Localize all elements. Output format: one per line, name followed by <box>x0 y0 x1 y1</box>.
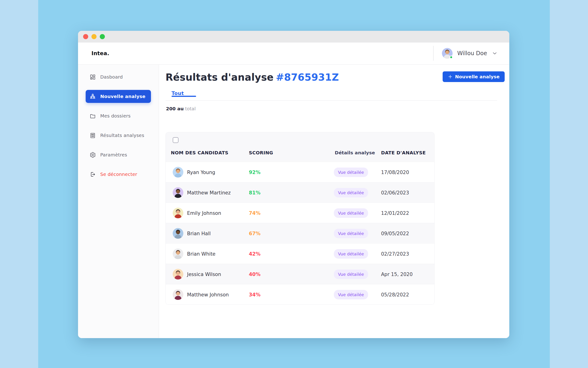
zoom-window-button[interactable] <box>100 34 105 39</box>
detail-view-badge[interactable]: Vue détailée <box>334 290 368 299</box>
candidate-score: 42% <box>249 251 260 257</box>
table-row[interactable]: Brian Hall 67% Vue détailée 09/05/2022 <box>166 223 434 243</box>
user-avatar <box>442 48 453 59</box>
analysis-date: 02/06/2023 <box>381 190 409 196</box>
candidate-score: 92% <box>249 170 260 175</box>
candidate-avatar <box>173 228 183 239</box>
candidate-score: 74% <box>249 211 260 216</box>
plus-icon <box>448 74 453 79</box>
detail-view-badge[interactable]: Vue détailée <box>334 269 368 279</box>
header-divider <box>433 46 434 61</box>
tab-tout[interactable]: Tout <box>172 91 184 96</box>
table-row[interactable]: Jessica Wilson 40% Vue détailée Apr 15, … <box>166 264 434 284</box>
logout-icon <box>90 171 96 177</box>
candidate-avatar <box>173 187 183 198</box>
candidate-name: Ryan Young <box>187 170 215 175</box>
new-analysis-button[interactable]: Nouvelle analyse <box>443 71 505 82</box>
column-header-name: NOM DES CANDIDATS <box>171 150 228 156</box>
app-header: Intea. Willou Doe <box>78 42 509 65</box>
sidebar-item-r-sultats-analyses[interactable]: Résultats analyses <box>86 129 151 142</box>
select-all-checkbox[interactable] <box>173 137 178 143</box>
detail-view-badge[interactable]: Vue détailée <box>334 249 368 259</box>
analysis-date: 05/28/2022 <box>381 292 409 298</box>
user-name: Willou Doe <box>457 50 487 56</box>
analysis-date: 02/27/2023 <box>381 251 409 257</box>
candidate-avatar <box>173 289 183 300</box>
table-header: NOM DES CANDIDATS SCORING Détails analys… <box>166 132 434 162</box>
detail-view-badge[interactable]: Vue détailée <box>334 208 368 218</box>
main-content: Résultats d'analyse#8765931Z Nouvelle an… <box>159 65 509 338</box>
app-window: Intea. Willou Doe Dasboard Nouvelle anal… <box>78 31 509 338</box>
analysis-date: 09/05/2022 <box>381 231 409 236</box>
candidates-table: NOM DES CANDIDATS SCORING Détails analys… <box>166 132 435 305</box>
window-titlebar <box>78 31 509 42</box>
page-title: Résultats d'analyse#8765931Z <box>166 72 339 83</box>
column-header-scoring: SCORING <box>249 150 273 156</box>
minimize-window-button[interactable] <box>91 34 97 39</box>
table-row[interactable]: Matthew Johnson 34% Vue détailée 05/28/2… <box>166 284 434 304</box>
candidate-avatar <box>173 208 183 218</box>
dashboard-icon <box>90 74 96 80</box>
analysis-date: 12/01/2022 <box>381 211 409 216</box>
candidate-score: 40% <box>249 272 260 277</box>
table-row[interactable]: Emily Johnson 74% Vue détailée 12/01/202… <box>166 202 434 223</box>
table-row[interactable]: Brian White 42% Vue détailée 02/27/2023 <box>166 243 434 264</box>
table-row[interactable]: Matthew Martinez 81% Vue détailée 02/06/… <box>166 182 434 202</box>
analysis-date: 17/08/2020 <box>381 170 409 175</box>
table-body: Ryan Young 92% Vue détailée 17/08/2020 M… <box>166 162 434 304</box>
candidate-score: 67% <box>249 231 260 236</box>
sidebar-item-param-tres[interactable]: Paramètres <box>86 148 151 161</box>
candidate-name: Jessica Wilson <box>187 272 221 277</box>
candidate-avatar <box>173 248 183 259</box>
table-row[interactable]: Ryan Young 92% Vue détailée 17/08/2020 <box>166 162 434 182</box>
analysis-id: #8765931Z <box>276 72 339 83</box>
candidate-name: Emily Johnson <box>187 211 221 216</box>
folder-icon <box>90 113 96 119</box>
candidate-name: Brian Hall <box>187 231 211 236</box>
candidate-name: Brian White <box>187 251 216 257</box>
detail-view-badge[interactable]: Vue détailée <box>334 188 368 197</box>
close-window-button[interactable] <box>83 34 88 39</box>
user-menu[interactable]: Willou Doe <box>433 46 509 61</box>
team-icon <box>90 93 96 100</box>
candidate-score: 81% <box>249 190 260 196</box>
column-header-details: Détails analyse <box>335 150 375 156</box>
candidate-avatar <box>173 167 183 177</box>
active-tab-underline <box>172 96 196 97</box>
detail-view-badge[interactable]: Vue détailée <box>334 167 368 177</box>
tab-bar: Tout <box>166 91 497 101</box>
page-title-text: Résultats d'analyse <box>166 72 274 83</box>
candidate-score: 34% <box>249 292 260 298</box>
candidate-name: Matthew Johnson <box>187 292 229 298</box>
sidebar-item-se-d-connecter[interactable]: Se déconnecter <box>86 168 151 181</box>
app-logo: Intea. <box>91 50 109 56</box>
column-header-date: DATE D'ANALYSE <box>381 150 426 156</box>
detail-view-badge[interactable]: Vue détailée <box>334 229 368 238</box>
candidate-name: Matthew Martinez <box>187 190 231 196</box>
candidate-avatar <box>173 269 183 279</box>
sidebar-item-nouvelle-analyse[interactable]: Nouvelle analyse <box>86 90 151 103</box>
analysis-date: Apr 15, 2020 <box>381 272 413 277</box>
gear-icon <box>90 152 96 158</box>
sidebar-item-dasboard[interactable]: Dasboard <box>86 70 151 83</box>
sidebar-item-mes-dossiers[interactable]: Mes dossiers <box>86 109 151 122</box>
sidebar: Dasboard Nouvelle analyse Mes dossiers R… <box>78 65 159 338</box>
chevron-down-icon[interactable] <box>492 50 498 56</box>
document-icon <box>90 132 96 138</box>
total-count: 200 autotal <box>166 106 196 111</box>
